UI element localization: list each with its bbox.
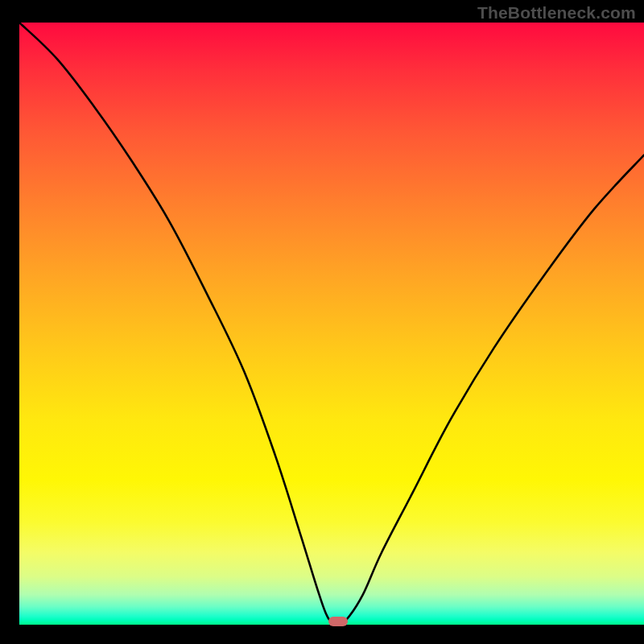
attribution-text: TheBottleneck.com — [477, 3, 636, 23]
curve-path — [19, 23, 644, 625]
bottleneck-curve — [19, 23, 644, 625]
plot-area — [19, 23, 644, 625]
optimum-marker-icon — [328, 617, 348, 626]
chart-frame: TheBottleneck.com — [0, 0, 644, 644]
